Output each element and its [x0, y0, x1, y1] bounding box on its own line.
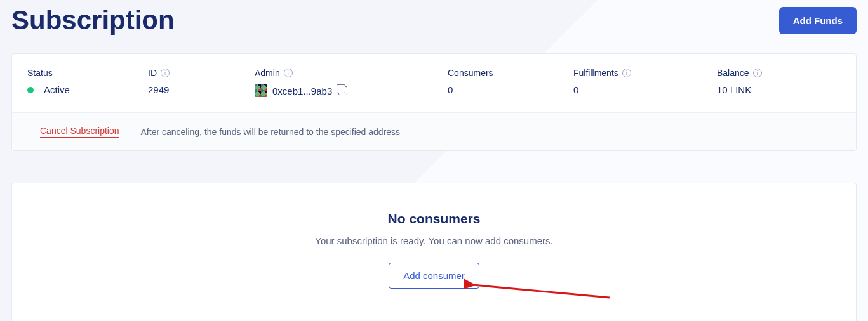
add-funds-button[interactable]: Add Funds — [779, 7, 857, 34]
stat-admin: Admin i 0xceb1...9ab3 — [255, 68, 448, 97]
page-title: Subscription — [11, 5, 175, 36]
info-icon[interactable]: i — [284, 69, 293, 77]
stat-fulfillments-label: Fulfillments — [573, 68, 618, 78]
stat-id: ID i 2949 — [148, 68, 255, 97]
stat-fulfillments-value: 0 — [573, 84, 578, 95]
stat-consumers-label: Consumers — [448, 68, 493, 78]
no-consumers-title: No consumers — [25, 211, 843, 226]
cancel-subscription-link[interactable]: Cancel Subscription — [40, 126, 119, 138]
stat-admin-label: Admin — [255, 68, 280, 78]
stat-status: Status Active — [27, 68, 148, 97]
info-icon[interactable]: i — [161, 69, 170, 77]
info-icon[interactable]: i — [622, 69, 631, 77]
stat-consumers: Consumers 0 — [448, 68, 573, 97]
stat-id-value: 2949 — [148, 84, 169, 95]
admin-identicon-icon — [255, 84, 267, 97]
subscription-summary-card: Status Active ID i 2949 Admin — [11, 53, 857, 151]
stat-id-label: ID — [148, 68, 157, 78]
stat-balance: Balance i 10 LINK — [717, 68, 841, 97]
copy-icon[interactable] — [338, 86, 347, 95]
cancel-subscription-description: After canceling, the funds will be retur… — [141, 127, 401, 137]
stat-balance-label: Balance — [717, 68, 749, 78]
no-consumers-description: Your subscription is ready. You can now … — [25, 235, 843, 246]
add-consumer-button[interactable]: Add consumer — [389, 263, 479, 289]
info-icon[interactable]: i — [753, 69, 762, 77]
status-dot-icon — [27, 87, 34, 93]
cancel-subscription-row: Cancel Subscription After canceling, the… — [12, 112, 856, 150]
stat-fulfillments: Fulfillments i 0 — [573, 68, 717, 97]
stat-balance-value: 10 LINK — [717, 84, 751, 95]
consumers-card: No consumers Your subscription is ready.… — [11, 183, 857, 321]
stat-status-value: Active — [44, 84, 70, 95]
stat-status-label: Status — [27, 68, 53, 78]
stat-consumers-value: 0 — [448, 84, 453, 95]
stat-admin-value: 0xceb1...9ab3 — [272, 86, 332, 96]
